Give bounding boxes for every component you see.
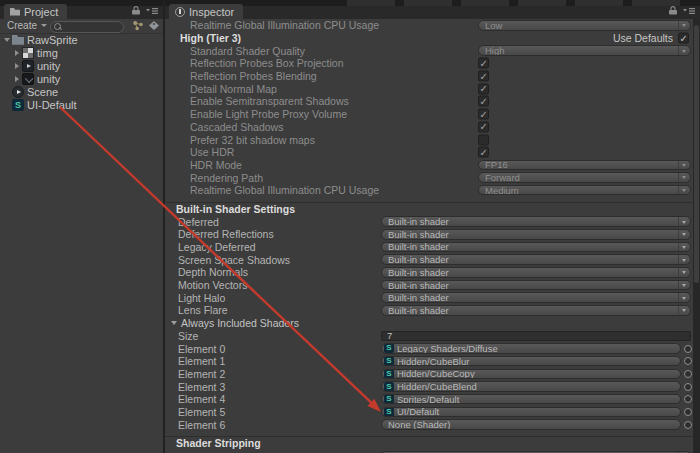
dropdown[interactable]: Built-in shader bbox=[381, 267, 691, 278]
tree-item[interactable]: UI-Default bbox=[0, 98, 163, 111]
tree-item[interactable]: timg bbox=[0, 46, 163, 59]
dropdown[interactable]: Low bbox=[478, 20, 691, 31]
settings-row: Realtime Global Illumination CPU Usage L… bbox=[165, 19, 693, 32]
object-picker-icon[interactable] bbox=[684, 370, 692, 378]
shader-icon bbox=[384, 356, 394, 366]
object-picker-icon[interactable] bbox=[684, 408, 692, 416]
checkbox[interactable] bbox=[478, 109, 489, 120]
dropdown[interactable]: Built-in shader bbox=[381, 229, 691, 240]
setting-label: Cascaded Shadows bbox=[190, 121, 283, 133]
texture-icon bbox=[22, 47, 34, 59]
checkbox[interactable] bbox=[478, 147, 489, 158]
tree-item-label: UI-Default bbox=[27, 99, 77, 111]
object-picker-icon[interactable] bbox=[684, 421, 692, 429]
dropdown-arrow-icon bbox=[678, 268, 690, 277]
settings-row: Depth Normals Built-in shader bbox=[165, 266, 693, 279]
inspector-panel: Inspector Realtime Global Illumination C… bbox=[165, 0, 700, 453]
object-field[interactable]: Hidden/CubeBlend bbox=[381, 381, 681, 392]
object-field[interactable]: Hidden/CubeCopy bbox=[381, 369, 681, 380]
lock-icon[interactable] bbox=[132, 6, 140, 15]
foldout-arrow-icon[interactable] bbox=[3, 33, 12, 46]
tree-item[interactable]: unity bbox=[0, 59, 163, 72]
shader-element-row: Element 3 Hidden/CubeBlend bbox=[165, 380, 693, 393]
dropdown[interactable]: Built-in shader bbox=[381, 242, 691, 253]
project-tree: RawSprite timg unity unity Scene UI-Defa… bbox=[0, 33, 163, 453]
lock-icon[interactable] bbox=[669, 6, 677, 15]
object-picker-icon[interactable] bbox=[684, 395, 692, 403]
section-title: Built-in Shader Settings bbox=[176, 203, 295, 215]
use-defaults-checkbox[interactable] bbox=[678, 33, 689, 44]
create-button[interactable]: Create bbox=[4, 20, 50, 31]
object-picker-icon[interactable] bbox=[684, 383, 692, 391]
unity-scene-icon bbox=[12, 86, 24, 98]
int-field[interactable]: 7 bbox=[381, 331, 691, 342]
tab-menu-icon[interactable] bbox=[683, 7, 695, 15]
dropdown[interactable]: High bbox=[478, 45, 691, 56]
foldout-arrow-icon[interactable] bbox=[13, 72, 22, 85]
checkbox[interactable] bbox=[478, 121, 489, 132]
foldout-arrow-icon[interactable] bbox=[13, 59, 22, 72]
dropdown[interactable]: FP16 bbox=[478, 160, 691, 171]
object-field-value: Legacy Shaders/Diffuse bbox=[394, 343, 680, 354]
object-field[interactable]: Sprites/Default bbox=[381, 394, 681, 405]
tree-item-label: unity bbox=[37, 60, 60, 72]
setting-label: Use HDR bbox=[190, 146, 234, 158]
tree-item[interactable]: Scene bbox=[0, 85, 163, 98]
dropdown-arrow-icon bbox=[678, 255, 690, 264]
project-tab[interactable]: Project bbox=[4, 4, 67, 19]
checkbox[interactable] bbox=[478, 134, 489, 145]
dropdown[interactable]: Built-in shader bbox=[381, 254, 691, 265]
setting-label: Screen Space Shadows bbox=[178, 254, 290, 266]
object-field-value: UI/Default bbox=[394, 407, 680, 418]
checkbox[interactable] bbox=[478, 96, 489, 107]
search-input[interactable] bbox=[61, 22, 123, 31]
shader-icon bbox=[384, 369, 394, 379]
dropdown-value: Built-in shader bbox=[382, 242, 678, 253]
dropdown[interactable]: Built-in shader bbox=[381, 292, 691, 303]
settings-row: Cascaded Shadows bbox=[165, 121, 693, 134]
checkbox[interactable] bbox=[478, 83, 489, 94]
setting-label: Realtime Global Illumination CPU Usage bbox=[190, 19, 379, 31]
inspector-tab[interactable]: Inspector bbox=[169, 4, 243, 19]
scrollbar-thumb[interactable] bbox=[694, 25, 699, 283]
dropdown[interactable]: Built-in shader bbox=[381, 216, 691, 227]
section-header-row: Shader Stripping bbox=[165, 436, 693, 450]
scrollbar-track bbox=[693, 19, 700, 453]
settings-row: Rendering Path Forward bbox=[165, 171, 693, 184]
search-filter-icons bbox=[132, 20, 160, 31]
dropdown[interactable]: Built-in shader bbox=[381, 280, 691, 291]
object-field[interactable]: Hidden/CubeBlur bbox=[381, 356, 681, 367]
dropdown[interactable]: Forward bbox=[478, 172, 691, 183]
dropdown[interactable]: Medium bbox=[478, 185, 691, 196]
settings-row: Realtime Global Illumination CPU Usage M… bbox=[165, 184, 693, 197]
object-field[interactable]: None (Shader) bbox=[381, 419, 681, 430]
dropdown-value: Built-in shader bbox=[382, 305, 678, 316]
object-field[interactable]: UI/Default bbox=[381, 407, 681, 418]
shader-icon bbox=[384, 343, 394, 353]
dropdown-value: Low bbox=[479, 20, 678, 31]
foldout-label: Always Included Shaders bbox=[181, 317, 299, 329]
tree-item-label: RawSprite bbox=[27, 34, 78, 46]
search-by-type-icon[interactable] bbox=[132, 20, 144, 31]
section-title: Shader Stripping bbox=[176, 437, 261, 449]
tree-item[interactable]: unity bbox=[0, 72, 163, 85]
tab-menu-icon[interactable] bbox=[146, 7, 158, 15]
foldout-row[interactable]: Always Included Shaders bbox=[165, 317, 693, 330]
tree-item[interactable]: RawSprite bbox=[0, 33, 163, 46]
checkbox[interactable] bbox=[478, 58, 489, 69]
search-by-label-icon[interactable] bbox=[148, 20, 160, 31]
checkbox[interactable] bbox=[478, 71, 489, 82]
settings-row: Detail Normal Map bbox=[165, 82, 693, 95]
dropdown[interactable]: Built-in shader bbox=[381, 305, 691, 316]
object-picker-icon[interactable] bbox=[684, 345, 692, 353]
object-field[interactable]: Legacy Shaders/Diffuse bbox=[381, 343, 681, 354]
foldout-arrow-icon[interactable] bbox=[13, 46, 22, 59]
tier-header-row: High (Tier 3) Use Defaults bbox=[165, 32, 693, 45]
setting-label: Detail Normal Map bbox=[190, 83, 277, 95]
setting-label: Light Halo bbox=[178, 292, 225, 304]
dropdown-value: Built-in shader bbox=[382, 229, 678, 240]
shader-icon bbox=[12, 99, 24, 111]
object-picker-icon[interactable] bbox=[684, 357, 692, 365]
create-button-label: Create bbox=[7, 20, 37, 31]
dropdown-value: Built-in shader bbox=[382, 280, 678, 291]
